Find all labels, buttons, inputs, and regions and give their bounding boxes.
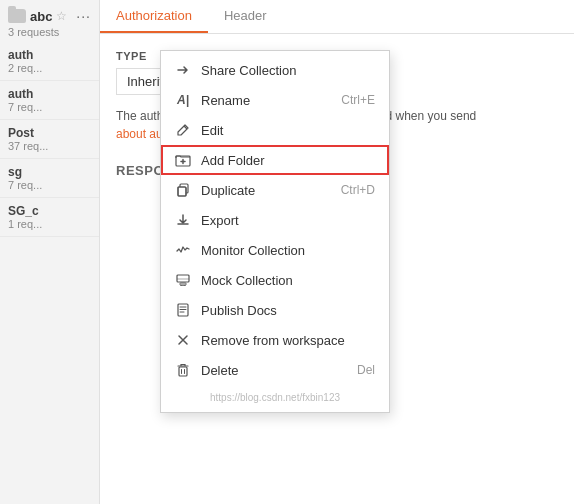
sidebar-item-sub: 7 req...	[8, 179, 91, 191]
svg-rect-2	[178, 187, 186, 196]
sidebar-item-auth1[interactable]: auth 2 req...	[0, 42, 99, 81]
sidebar-item-name: SG_c	[8, 204, 91, 218]
sidebar-item-sg-c[interactable]: SG_c 1 req...	[0, 198, 99, 237]
delete-icon	[175, 362, 191, 378]
menu-item-monitor[interactable]: Monitor Collection	[161, 235, 389, 265]
tab-authorization[interactable]: Authorization	[100, 0, 208, 33]
menu-item-label: Add Folder	[201, 153, 375, 168]
publish-icon	[175, 302, 191, 318]
requests-count: 3 requests	[0, 26, 99, 42]
sidebar-item-auth2[interactable]: auth 7 req...	[0, 81, 99, 120]
add-folder-icon	[175, 152, 191, 168]
share-icon	[175, 62, 191, 78]
menu-item-delete[interactable]: Delete Del	[161, 355, 389, 385]
menu-shortcut: Ctrl+E	[341, 93, 375, 107]
watermark: https://blog.csdn.net/fxbin123	[210, 392, 340, 403]
sidebar-items: auth 2 req... auth 7 req... Post 37 req.…	[0, 42, 99, 237]
tab-header[interactable]: Header	[208, 0, 283, 33]
star-icon[interactable]: ☆	[56, 9, 67, 23]
sidebar-item-sub: 37 req...	[8, 140, 91, 152]
sidebar-item-name: auth	[8, 87, 91, 101]
menu-item-rename[interactable]: A| Rename Ctrl+E	[161, 85, 389, 115]
menu-item-remove[interactable]: Remove from workspace	[161, 325, 389, 355]
menu-item-duplicate[interactable]: Duplicate Ctrl+D	[161, 175, 389, 205]
collection-folder-icon	[8, 9, 26, 23]
menu-item-label: Monitor Collection	[201, 243, 375, 258]
main-panel: Authorization Header TYPE Inherit auth f…	[100, 0, 574, 504]
menu-item-publish[interactable]: Publish Docs	[161, 295, 389, 325]
menu-item-add-folder[interactable]: Add Folder	[161, 145, 389, 175]
menu-shortcut: Del	[357, 363, 375, 377]
more-options-icon[interactable]: ···	[76, 8, 91, 24]
menu-item-label: Delete	[201, 363, 347, 378]
menu-item-label: Remove from workspace	[201, 333, 375, 348]
monitor-icon	[175, 242, 191, 258]
collection-name: abc	[30, 9, 52, 24]
sidebar: abc ☆ ··· 3 requests auth 2 req... auth …	[0, 0, 100, 504]
menu-item-label: Publish Docs	[201, 303, 375, 318]
rename-icon: A|	[175, 92, 191, 108]
menu-item-edit[interactable]: Edit	[161, 115, 389, 145]
sidebar-item-sub: 2 req...	[8, 62, 91, 74]
menu-item-label: Mock Collection	[201, 273, 375, 288]
mock-icon	[175, 272, 191, 288]
export-icon	[175, 212, 191, 228]
sidebar-item-sub: 1 req...	[8, 218, 91, 230]
edit-icon	[175, 122, 191, 138]
menu-item-label: Export	[201, 213, 375, 228]
menu-item-mock[interactable]: Mock Collection	[161, 265, 389, 295]
svg-rect-7	[179, 367, 187, 376]
collection-name-row: abc ☆	[8, 9, 67, 24]
menu-item-label: Rename	[201, 93, 331, 108]
remove-icon	[175, 332, 191, 348]
menu-item-label: Edit	[201, 123, 375, 138]
duplicate-icon	[175, 182, 191, 198]
svg-rect-5	[180, 283, 186, 285]
menu-item-label: Duplicate	[201, 183, 331, 198]
menu-item-label: Share Collection	[201, 63, 375, 78]
sidebar-item-sub: 7 req...	[8, 101, 91, 113]
menu-shortcut: Ctrl+D	[341, 183, 375, 197]
tabs-bar: Authorization Header	[100, 0, 574, 34]
context-menu: Share Collection A| Rename Ctrl+E Edit	[160, 50, 390, 413]
menu-item-share[interactable]: Share Collection	[161, 55, 389, 85]
collection-header: abc ☆ ···	[0, 0, 99, 26]
sidebar-item-name: auth	[8, 48, 91, 62]
sidebar-item-sg[interactable]: sg 7 req...	[0, 159, 99, 198]
sidebar-item-name: Post	[8, 126, 91, 140]
sidebar-item-post[interactable]: Post 37 req...	[0, 120, 99, 159]
menu-item-export[interactable]: Export	[161, 205, 389, 235]
sidebar-item-name: sg	[8, 165, 91, 179]
